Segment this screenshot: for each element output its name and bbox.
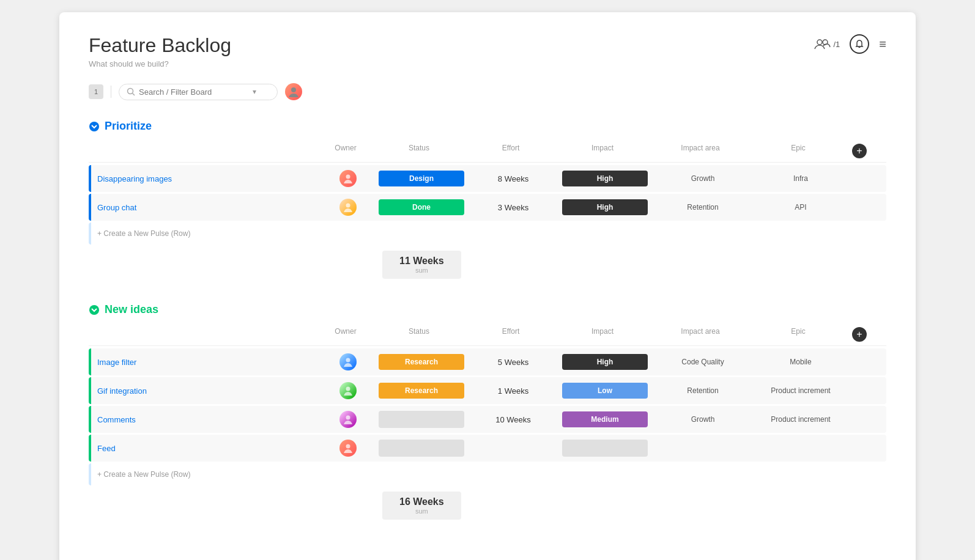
menu-button[interactable]: ≡ bbox=[879, 37, 886, 51]
sum-box: 11 Weekssum bbox=[382, 251, 461, 279]
status-badge: Research bbox=[379, 383, 464, 399]
notifications-button[interactable] bbox=[850, 34, 869, 54]
status-cell[interactable]: Research bbox=[373, 383, 470, 399]
page-subtitle: What should we build? bbox=[89, 59, 231, 68]
svg-point-11 bbox=[346, 416, 350, 420]
row-owner bbox=[324, 411, 373, 428]
row-name: Image filter bbox=[91, 358, 324, 367]
col-header-epic: Epic bbox=[749, 327, 847, 342]
impact-badge-empty bbox=[562, 440, 648, 457]
row-effort: 8 Weeks bbox=[470, 174, 556, 183]
section-header-new-ideas: New ideas bbox=[89, 303, 886, 316]
add-col-icon[interactable]: + bbox=[852, 327, 867, 342]
table-row-comments: Comments10 WeeksMediumGrowthProduct incr… bbox=[89, 406, 886, 433]
row-epic: Product increment bbox=[752, 386, 850, 395]
col-header-status: Status bbox=[370, 144, 468, 158]
search-input[interactable] bbox=[139, 87, 249, 97]
impact-badge: High bbox=[562, 171, 648, 186]
impact-badge: High bbox=[562, 354, 648, 370]
table-row-group-chat: Group chatDone3 WeeksHighRetentionAPI bbox=[89, 194, 886, 221]
search-icon bbox=[127, 87, 135, 96]
col-header-epic: Epic bbox=[749, 144, 847, 158]
col-header-effort: Effort bbox=[468, 144, 554, 158]
col-header-status: Status bbox=[370, 327, 468, 342]
svg-point-6 bbox=[346, 175, 350, 179]
status-cell[interactable] bbox=[373, 440, 470, 457]
svg-point-10 bbox=[346, 387, 350, 391]
sum-label: sum bbox=[399, 507, 444, 515]
status-cell[interactable] bbox=[373, 411, 470, 428]
row-owner bbox=[324, 170, 373, 187]
status-badge: Design bbox=[379, 171, 464, 186]
toolbar-avatar bbox=[285, 83, 302, 100]
sum-label: sum bbox=[399, 267, 444, 274]
impact-badge: Medium bbox=[562, 411, 648, 427]
col-header-effort: Effort bbox=[468, 327, 554, 342]
create-row[interactable]: + Create a New Pulse (Row) bbox=[89, 463, 886, 485]
row-effort: 1 Weeks bbox=[470, 386, 556, 396]
section-new-ideas: New ideasOwnerStatusEffortImpactImpact a… bbox=[89, 303, 886, 520]
status-cell[interactable]: Done bbox=[373, 199, 470, 215]
create-row-label: + Create a New Pulse (Row) bbox=[91, 229, 324, 238]
add-column-button[interactable]: + bbox=[847, 144, 872, 158]
row-epic: Infra bbox=[752, 174, 850, 183]
col-headers-new-ideas: OwnerStatusEffortImpactImpact areaEpic+ bbox=[89, 323, 886, 346]
row-impact-area: Retention bbox=[654, 203, 752, 212]
col-header-owner: Owner bbox=[321, 144, 370, 158]
section-title-new-ideas: New ideas bbox=[105, 303, 158, 316]
impact-cell: Medium bbox=[556, 411, 654, 427]
add-column-button[interactable]: + bbox=[847, 327, 872, 342]
row-epic: Product increment bbox=[752, 415, 850, 424]
row-owner bbox=[324, 440, 373, 457]
user-count: /1 bbox=[814, 35, 840, 53]
svg-point-7 bbox=[346, 204, 350, 208]
toolbar-num: 1 bbox=[89, 84, 103, 99]
table-row-gif-integration: Gif integrationResearch1 WeeksLowRetenti… bbox=[89, 377, 886, 404]
impact-cell: Low bbox=[556, 383, 654, 399]
sum-box: 16 Weekssum bbox=[382, 492, 461, 520]
svg-point-2 bbox=[128, 89, 133, 94]
row-name: Feed bbox=[91, 444, 324, 453]
toolbar-divider bbox=[111, 86, 111, 98]
toolbar: 1 ▾ bbox=[89, 83, 886, 100]
row-name: Gif integration bbox=[91, 386, 324, 396]
add-col-icon[interactable]: + bbox=[852, 144, 867, 158]
row-impact-area: Growth bbox=[654, 415, 752, 424]
impact-badge: High bbox=[562, 199, 648, 215]
row-name: Group chat bbox=[91, 203, 324, 212]
status-badge: Done bbox=[379, 199, 464, 215]
svg-point-12 bbox=[346, 444, 350, 449]
row-effort: 3 Weeks bbox=[470, 203, 556, 212]
row-epic: Mobile bbox=[752, 358, 850, 366]
table-row-image-filter: Image filterResearch5 WeeksHighCode Qual… bbox=[89, 348, 886, 375]
create-row[interactable]: + Create a New Pulse (Row) bbox=[89, 223, 886, 245]
sum-value: 16 Weeks bbox=[399, 496, 444, 507]
header-right: /1 ≡ bbox=[814, 34, 886, 54]
search-dropdown-icon[interactable]: ▾ bbox=[253, 87, 256, 96]
row-effort: 10 Weeks bbox=[470, 415, 556, 424]
svg-line-3 bbox=[133, 94, 135, 96]
row-effort: 5 Weeks bbox=[470, 358, 556, 367]
table-prioritize: OwnerStatusEffortImpactImpact areaEpic+D… bbox=[89, 140, 886, 279]
col-header-impact-area: Impact area bbox=[651, 327, 749, 342]
search-wrap[interactable]: ▾ bbox=[119, 84, 278, 100]
impact-cell: High bbox=[556, 354, 654, 370]
page-title: Feature Backlog bbox=[89, 34, 231, 57]
impact-cell: High bbox=[556, 171, 654, 186]
avatar bbox=[339, 199, 357, 216]
table-new-ideas: OwnerStatusEffortImpactImpact areaEpic+I… bbox=[89, 323, 886, 520]
main-card: Feature Backlog What should we build? /1 bbox=[59, 12, 916, 560]
impact-badge: Low bbox=[562, 383, 648, 399]
status-cell[interactable]: Design bbox=[373, 171, 470, 186]
svg-point-4 bbox=[291, 87, 296, 92]
chevron-new-ideas-icon[interactable] bbox=[89, 304, 100, 315]
status-badge-empty bbox=[379, 440, 464, 457]
row-impact-area: Growth bbox=[654, 174, 752, 183]
status-cell[interactable]: Research bbox=[373, 354, 470, 370]
avatar bbox=[339, 411, 357, 428]
header-left: Feature Backlog What should we build? bbox=[89, 34, 231, 68]
chevron-prioritize-icon[interactable] bbox=[89, 121, 100, 132]
row-impact-area: Code Quality bbox=[654, 358, 752, 366]
row-owner bbox=[324, 353, 373, 370]
col-header-owner: Owner bbox=[321, 327, 370, 342]
